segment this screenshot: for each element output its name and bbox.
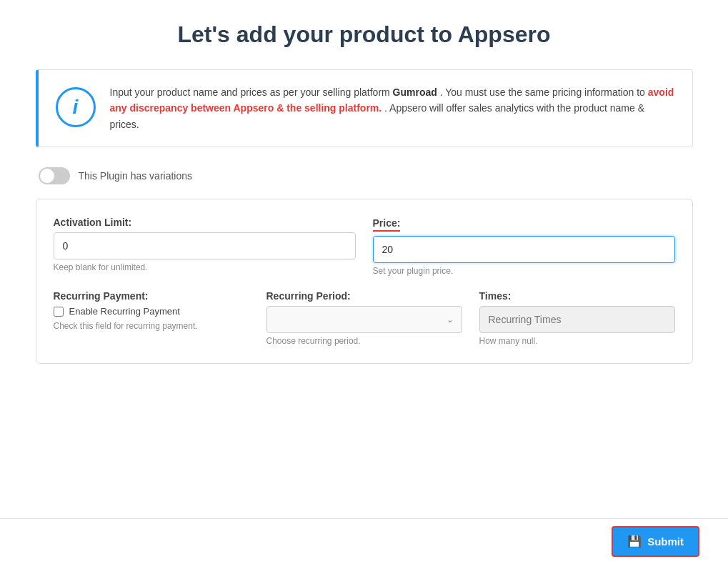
recurring-period-label: Recurring Period: bbox=[266, 290, 462, 302]
recurring-payment-group: Recurring Payment: Enable Recurring Paym… bbox=[54, 290, 249, 331]
recurring-times-label: Times: bbox=[479, 290, 675, 302]
recurring-payment-label: Recurring Payment: bbox=[54, 290, 249, 302]
recurring-times-group: Times: How many null. bbox=[479, 290, 675, 346]
recurring-payment-checkbox-label: Enable Recurring Payment bbox=[69, 306, 180, 317]
recurring-period-select-wrapper: Monthly Yearly Weekly ⌄ bbox=[266, 306, 462, 333]
recurring-times-hint: How many null. bbox=[479, 336, 675, 346]
plugin-variations-toggle[interactable] bbox=[39, 167, 70, 184]
price-input[interactable] bbox=[373, 236, 675, 263]
price-hint: Set your plugin price. bbox=[373, 266, 675, 276]
activation-price-row: Activation Limit: Keep blank for unlimit… bbox=[54, 217, 675, 276]
plugin-variations-row: This Plugin has variations bbox=[36, 167, 693, 184]
recurring-row: Recurring Payment: Enable Recurring Paym… bbox=[54, 290, 675, 346]
activation-limit-input[interactable] bbox=[54, 232, 356, 259]
submit-button[interactable]: 💾 Submit bbox=[612, 526, 699, 557]
plugin-variations-label: This Plugin has variations bbox=[79, 170, 193, 182]
footer-bar: 💾 Submit bbox=[0, 518, 728, 564]
recurring-period-select[interactable]: Monthly Yearly Weekly bbox=[266, 306, 462, 333]
recurring-payment-hint: Check this field for recurring payment. bbox=[54, 321, 249, 331]
recurring-payment-checkbox[interactable] bbox=[54, 307, 64, 317]
info-icon: i bbox=[56, 87, 96, 127]
product-form-card: Activation Limit: Keep blank for unlimit… bbox=[36, 199, 693, 364]
page-title: Let's add your product to Appsero bbox=[36, 21, 693, 48]
activation-limit-label: Activation Limit: bbox=[54, 217, 356, 228]
price-label: Price: bbox=[373, 217, 401, 232]
price-group: Price: Set your plugin price. bbox=[373, 217, 675, 276]
recurring-payment-checkbox-row: Enable Recurring Payment bbox=[54, 306, 249, 317]
info-text: Input your product name and prices as pe… bbox=[110, 84, 675, 132]
submit-label: Submit bbox=[647, 535, 684, 548]
activation-limit-hint: Keep blank for unlimited. bbox=[54, 262, 356, 272]
save-icon: 💾 bbox=[627, 535, 642, 548]
recurring-times-input[interactable] bbox=[479, 306, 675, 333]
activation-limit-group: Activation Limit: Keep blank for unlimit… bbox=[54, 217, 356, 276]
info-text-start: Input your product name and prices as pe… bbox=[110, 86, 393, 98]
info-text-mid: . You must use the same pricing informat… bbox=[440, 86, 648, 98]
info-box: i Input your product name and prices as … bbox=[36, 69, 693, 147]
info-brand: Gumroad bbox=[393, 86, 437, 98]
recurring-period-hint: Choose recurring period. bbox=[266, 336, 462, 346]
recurring-period-group: Recurring Period: Monthly Yearly Weekly … bbox=[266, 290, 462, 346]
